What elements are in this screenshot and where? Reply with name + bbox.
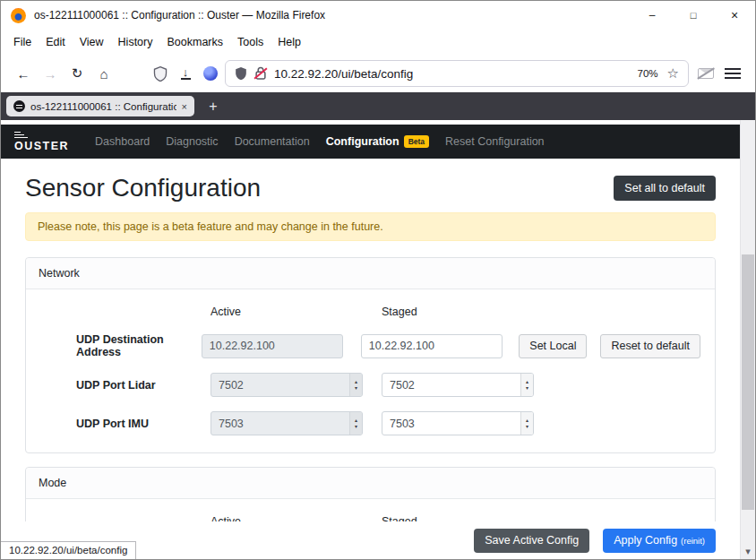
staged-udp-port-lidar-input[interactable] xyxy=(382,373,534,397)
network-card: Network Active Staged UDP Destination Ad… xyxy=(25,257,716,453)
scrollbar-thumb[interactable] xyxy=(742,254,754,510)
staged-udp-destination-input[interactable] xyxy=(361,334,503,358)
menu-bookmarks[interactable]: Bookmarks xyxy=(159,32,230,52)
reload-icon[interactable]: ↻ xyxy=(64,60,90,87)
nav-link-documentation[interactable]: Documentation xyxy=(227,135,318,148)
menu-hamburger-icon[interactable] xyxy=(725,68,741,78)
extension-globe-icon[interactable] xyxy=(203,66,218,81)
firefox-icon xyxy=(11,8,26,23)
menu-help[interactable]: Help xyxy=(271,32,308,52)
insecure-lock-icon[interactable] xyxy=(254,66,267,81)
number-spinner-icon[interactable]: ▴▾ xyxy=(520,412,533,435)
ouster-favicon-icon xyxy=(13,100,25,112)
send-tab-disabled-icon xyxy=(698,68,714,79)
tab-close-icon[interactable]: × xyxy=(182,101,187,112)
active-column-header: Active xyxy=(210,306,241,318)
maximize-button[interactable]: □ xyxy=(673,1,714,30)
config-row-udp-port-imu: UDP Port IMU ▴▾ xyxy=(26,411,715,435)
staged-column-header: Staged xyxy=(382,306,417,318)
browser-window: os-122111000061 :: Configuration :: Oust… xyxy=(0,0,756,560)
extension-shield-icon[interactable] xyxy=(153,66,168,82)
url-text[interactable]: 10.22.92.20/ui/beta/config xyxy=(274,67,631,81)
ouster-logo-icon xyxy=(14,132,69,139)
home-icon[interactable]: ⌂ xyxy=(90,60,117,87)
active-udp-port-lidar-input xyxy=(210,373,363,397)
beta-badge: Beta xyxy=(404,135,429,148)
active-udp-destination-input xyxy=(202,334,343,358)
bookmark-star-icon[interactable]: ☆ xyxy=(667,65,679,82)
minimize-button[interactable]: – xyxy=(631,1,673,30)
scrollbar-down-icon[interactable]: ▾ xyxy=(741,546,755,557)
config-row-udp-destination: UDP Destination Address Set Local Reset … xyxy=(26,333,715,358)
set-local-button[interactable]: Set Local xyxy=(519,334,587,358)
tracking-protection-shield-icon[interactable] xyxy=(235,66,247,81)
save-active-config-button[interactable]: Save Active Config xyxy=(474,529,589,553)
nav-link-diagnostic[interactable]: Diagnostic xyxy=(158,135,226,148)
browser-content: OUSTER Dashboard Diagnostic Documentatio… xyxy=(1,120,755,559)
row-label: UDP Port IMU xyxy=(40,418,210,430)
menu-edit[interactable]: Edit xyxy=(39,32,73,52)
number-spinner-icon: ▴▾ xyxy=(349,374,362,396)
page-viewport: OUSTER Dashboard Diagnostic Documentatio… xyxy=(1,120,740,559)
row-label: UDP Port Lidar xyxy=(40,379,210,392)
menu-history[interactable]: History xyxy=(111,32,160,52)
beta-warning-alert: Please note, this page is a beta feature… xyxy=(25,212,716,241)
new-tab-button[interactable]: + xyxy=(203,99,223,115)
nav-link-dashboard[interactable]: Dashboard xyxy=(87,135,158,148)
network-card-header: Network xyxy=(26,258,715,289)
menu-view[interactable]: View xyxy=(73,32,111,52)
forward-icon: → xyxy=(37,60,64,87)
title-bar: os-122111000061 :: Configuration :: Oust… xyxy=(1,1,755,30)
tab-bar: os-122111000061 :: Configuratio × + xyxy=(1,92,755,120)
menu-bar: File Edit View History Bookmarks Tools H… xyxy=(1,30,755,55)
page-title: Sensor Configuration xyxy=(25,174,261,202)
menu-tools[interactable]: Tools xyxy=(230,32,271,52)
active-tab[interactable]: os-122111000061 :: Configuratio × xyxy=(6,96,194,116)
set-all-default-button[interactable]: Set all to default xyxy=(614,176,716,201)
staged-udp-port-imu-input[interactable] xyxy=(382,411,534,435)
back-icon[interactable]: ← xyxy=(10,60,37,87)
menu-file[interactable]: File xyxy=(6,32,39,52)
number-spinner-icon: ▴▾ xyxy=(349,412,362,435)
nav-toolbar: ← → ↻ ⌂ ↓ xyxy=(1,55,755,92)
number-spinner-icon[interactable]: ▴▾ xyxy=(520,374,533,396)
window-title: os-122111000061 :: Configuration :: Oust… xyxy=(34,9,325,22)
row-label: UDP Destination Address xyxy=(40,333,202,358)
url-bar[interactable]: 10.22.92.20/ui/beta/config 70% ☆ xyxy=(225,60,689,87)
nav-link-configuration[interactable]: Configuration Beta xyxy=(318,135,437,148)
active-udp-port-imu-input xyxy=(210,411,363,435)
site-navbar: OUSTER Dashboard Diagnostic Documentatio… xyxy=(1,125,740,159)
download-icon[interactable]: ↓ xyxy=(175,67,196,80)
reset-to-default-button[interactable]: Reset to default xyxy=(600,334,700,358)
zoom-indicator[interactable]: 70% xyxy=(638,68,658,79)
apply-config-button[interactable]: Apply Config (reinit) xyxy=(603,529,716,553)
nav-link-reset-configuration[interactable]: Reset Configuration xyxy=(437,135,552,148)
tab-title: os-122111000061 :: Configuratio xyxy=(30,101,176,112)
close-button[interactable]: × xyxy=(714,1,755,30)
ouster-logo[interactable]: OUSTER xyxy=(14,132,69,152)
config-row-udp-port-lidar: UDP Port Lidar ▴▾ xyxy=(26,373,715,397)
mode-card-header: Mode xyxy=(26,468,715,499)
link-preview-status: 10.22.92.20/ui/beta/config xyxy=(1,541,136,559)
sensor-config-page: Sensor Configuration Set all to default … xyxy=(1,174,740,547)
vertical-scrollbar[interactable]: ▾ xyxy=(740,120,755,559)
